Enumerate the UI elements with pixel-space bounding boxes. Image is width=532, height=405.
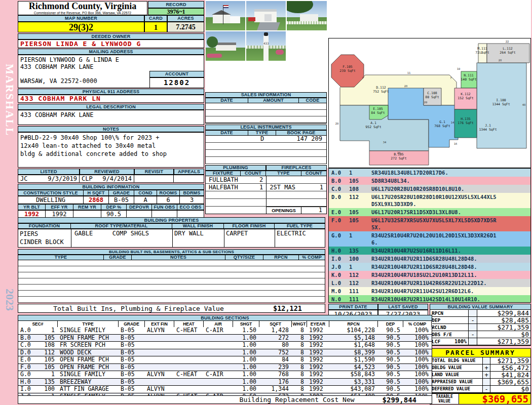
- sketch-vector-row: E.0105U6L17U20R17SR11D5XD3L3XL8U8.: [329, 208, 530, 216]
- plumbing-fireplace-cell: [241, 199, 266, 206]
- built-ins-row: [18, 285, 325, 291]
- legal-instrument-cell: [276, 143, 326, 149]
- vector-sec-label: B.0: [329, 177, 349, 184]
- card-label: CARD: [144, 15, 167, 22]
- legal-instrument-cell: [206, 136, 248, 142]
- building-info-col-label: H SQFT: [84, 190, 109, 196]
- section-cell: 1992: [307, 327, 329, 334]
- legal-instrument-cell: [206, 150, 248, 156]
- section-cell: B-05: [119, 356, 145, 363]
- parcel-summary-amount: $41,824: [490, 372, 530, 378]
- section-cell: F.0: [18, 364, 40, 371]
- section-cell: 272: [259, 335, 292, 342]
- section-cell: 239: [259, 364, 292, 371]
- section-cell: 90.5: [378, 364, 403, 371]
- foundation-line: CINDER BLOCK: [20, 238, 69, 246]
- section-cell: 8: [292, 327, 307, 334]
- plumbing-fireplace-cell: [301, 191, 326, 198]
- vector-string: R34U2R10U4R7U2R11U42SD14L10U14R10.: [371, 296, 499, 303]
- section-cell: C.0: [18, 342, 40, 349]
- vector-code: 108: [349, 185, 371, 192]
- value-summary-label: RCLND: [430, 324, 469, 331]
- section-cell: [204, 379, 233, 386]
- vector-code: 111: [349, 288, 371, 295]
- fuel-type-value: ELECTRIC: [275, 229, 325, 248]
- building-value-summary: RPCN $299,844DEP-$28,485RCLND $271,359OB…: [430, 310, 531, 346]
- parcel-summary-row: LAND VALUE+$41,824: [430, 372, 530, 379]
- sections-col-label: SEC#: [18, 321, 58, 327]
- section-cell: 90.5: [378, 327, 403, 334]
- property-photo-shop-building[interactable]: [246, 1, 286, 30]
- sketch-dimension: 14: [451, 121, 454, 124]
- property-photo-address-post[interactable]: 433: [246, 31, 286, 61]
- property-record-card: MARSHALL 2023 Richmond County, Virginia …: [0, 0, 532, 405]
- legal-instrument-cell: [248, 157, 276, 164]
- review-values-row: JC 9/3/2019 CLP 9/4/2014: [18, 175, 204, 183]
- vector-string: R34U2R10U4R7U2SU16R11D16L11.: [371, 247, 499, 254]
- sketch-vector-row: D.0112U6L17U20SR28U10R28D10R10U12XU5L5XL…: [329, 193, 530, 208]
- section-cell: [145, 364, 174, 371]
- section-cell: SINGLE FAMILY: [58, 371, 119, 378]
- value-summary-label-text: RPCN: [432, 310, 443, 316]
- plumbing-fireplaces-col-label: FIXTURE: [205, 171, 241, 176]
- section-cell: [174, 379, 204, 386]
- section-cell: 1.00: [233, 356, 259, 363]
- section-cell: I.0: [18, 386, 40, 393]
- value-summary-label-text: OBS F/E: [432, 331, 452, 338]
- section-cell: 90.5: [378, 349, 403, 356]
- appeals-label: APPEALS: [174, 169, 204, 175]
- print-date-label: PRINT DATE: [328, 304, 378, 310]
- section-cell: [174, 342, 204, 349]
- property-photo-house-flag[interactable]: [206, 1, 245, 30]
- vector-string: U6L17U20R28U10R20SR8D10L8U10.: [371, 185, 499, 192]
- section-cell: E.0: [18, 356, 40, 363]
- built-ins-body: [18, 260, 325, 303]
- county-title: Richmond County, Virginia: [18, 2, 147, 11]
- building-info-col-label: FUN OBS: [152, 204, 177, 210]
- plumbing-fireplaces-col-label: COUNT: [241, 171, 266, 176]
- vector-string: R34U2R10U4R7U2R11U42R6SR22U12L22D12.: [371, 279, 499, 287]
- vector-string: SR34U18L34U8L17D20R17D6.: [371, 169, 499, 176]
- plumbing-fireplace-cell: [301, 199, 326, 206]
- section-cell: 1992: [307, 335, 329, 342]
- building-info-col-label: EFF YR: [46, 204, 73, 210]
- property-photo-house-garden[interactable]: [206, 31, 245, 61]
- sketch-area-label: E.10584 SqFt: [371, 107, 385, 115]
- building-info-col-label: REM YR: [73, 204, 101, 210]
- building-info-value: 3: [180, 196, 204, 204]
- parcel-summary-label: TOTAL BLDG VALUE: [430, 357, 483, 364]
- plumbing-fireplace-row: HALFBATH12ST MAS1: [206, 184, 326, 191]
- plumbing-title: PLUMBING: [205, 165, 266, 171]
- section-cell: ATT FIN GARAGE: [58, 386, 119, 393]
- vector-sec-label: A.0: [329, 169, 349, 176]
- sections-col-label: SQFT: [259, 321, 292, 327]
- plumbing-fireplace-cell: [266, 191, 301, 198]
- sketch-area-label: C.10880 SqFt: [425, 91, 439, 99]
- legal-instrument-row: [206, 150, 326, 157]
- sketch-vector-row: N.0111R34U2R10U4R7U2R11U42SD14L10U14R10.: [329, 295, 530, 303]
- building-properties-col-label: FLOOR FINISH: [224, 223, 275, 229]
- sketch-dimension: 12: [479, 51, 483, 54]
- section-cell: 84: [259, 356, 292, 363]
- vector-sec-label: D.0: [329, 193, 349, 208]
- building-properties-col-label: ROOF TYPE/MATERIAL: [71, 223, 172, 229]
- section-cell: OPEN FRAME PCH: [58, 364, 119, 371]
- section-cell: B.0: [18, 335, 40, 342]
- record-label: RECORD: [148, 1, 204, 8]
- building-info-col-label: ECO OBS: [177, 204, 204, 210]
- section-cell: 100%: [403, 386, 432, 393]
- section-cell: 1992: [307, 379, 329, 386]
- building-sections-title: BUILDING SECTIONS: [18, 315, 432, 321]
- section-cell: 8: [292, 371, 307, 378]
- property-photo-shed-trees[interactable]: [287, 1, 327, 30]
- building-info-col-label: DEP %: [101, 204, 127, 210]
- section-cell: B-05: [119, 335, 145, 342]
- section-cell: 100%: [403, 371, 432, 378]
- section-cell: FR SCREEN PCH: [58, 342, 119, 349]
- building-info-col-label: DEPOVR: [127, 204, 152, 210]
- vector-code: 1: [349, 169, 371, 176]
- sketch-dimension: 7: [362, 76, 363, 79]
- sketch-vector-row: M.0111R34U2R10U4R7U2R11U42SU12R6D12L6.: [329, 287, 530, 295]
- building-section-row: H.0135BREEZEWAYB-05 1.0017681992$3,33190…: [18, 379, 432, 386]
- building-properties-values: PIERSCINDER BLOCK GABLE COMP SHGLS DRY W…: [18, 229, 325, 248]
